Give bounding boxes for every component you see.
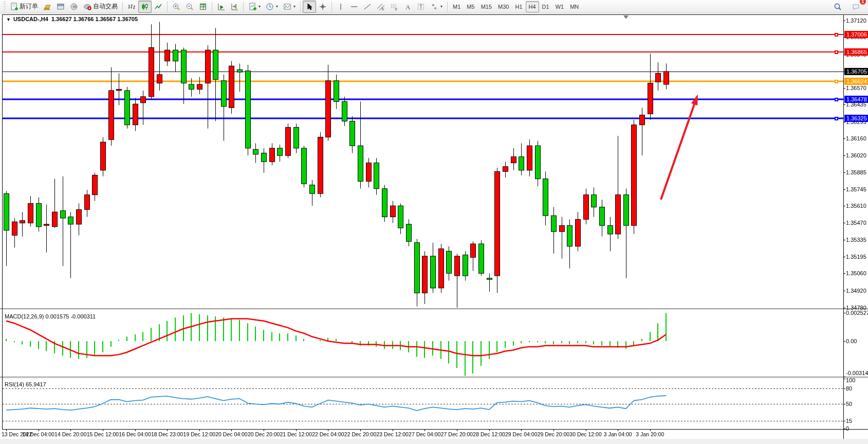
- autotrading-button-label: 自动交易: [93, 2, 118, 11]
- doc-plus-icon: [10, 3, 18, 11]
- macd-main-value: 0.001575: [45, 313, 69, 319]
- macd-signal-value: -0.000311: [70, 313, 96, 319]
- hline-icon: [350, 3, 358, 11]
- indicators-button[interactable]: ▾: [246, 1, 263, 13]
- chart-canvas[interactable]: [0, 13, 868, 444]
- chevron-down-icon[interactable]: ▾: [293, 4, 296, 9]
- cursor-button[interactable]: [303, 1, 316, 13]
- timeframe-m1-button[interactable]: M1: [450, 1, 464, 12]
- ohlc-values: 1.36627 1.36766 1.36567 1.36705: [51, 16, 138, 22]
- crosshair-icon: [319, 3, 327, 11]
- toolbar-separator: [167, 2, 168, 12]
- trendline-icon: [363, 3, 372, 11]
- template-icon: [283, 3, 291, 11]
- new-order-button-label: 新订单: [20, 2, 38, 11]
- symbol-period-label: USDCAD-,H4: [13, 16, 48, 22]
- zoom-in-icon: [172, 3, 180, 11]
- timeframe-mn-button[interactable]: MN: [567, 1, 582, 12]
- tiles-icon: [199, 3, 207, 11]
- timeframe-h1-button[interactable]: H1: [512, 1, 525, 12]
- new-order-button[interactable]: 新订单: [7, 1, 41, 13]
- collapse-ohlc-icon[interactable]: ▼: [6, 17, 11, 22]
- notifications-button[interactable]: 1: [849, 1, 863, 13]
- rsi-indicator-label: RSI(14) 65.9417: [5, 381, 46, 387]
- svg-text:E: E: [382, 7, 384, 11]
- clock-icon: [266, 3, 274, 11]
- auto-scroll-button[interactable]: [214, 1, 228, 13]
- channel-icon: E: [377, 3, 385, 11]
- chevron-down-icon[interactable]: ▾: [258, 4, 261, 9]
- zoom-in-button[interactable]: [170, 1, 183, 13]
- toolbar-separator: [447, 2, 448, 12]
- search-icon: [834, 3, 842, 11]
- gold-icon: [43, 3, 51, 11]
- svg-text:F: F: [395, 7, 397, 11]
- vertical-line-button[interactable]: [334, 1, 347, 13]
- alerts-button[interactable]: [67, 1, 81, 13]
- chartshift-icon: [230, 3, 238, 11]
- bars-icon: [127, 3, 136, 11]
- fibo-icon: F: [390, 3, 398, 11]
- toolbar-separator: [212, 2, 212, 12]
- rsi-current-value: 65.9417: [26, 381, 46, 387]
- chevron-down-icon[interactable]: ▾: [276, 4, 278, 9]
- text-a-icon: A: [403, 3, 412, 11]
- line-chart-button[interactable]: [152, 1, 165, 13]
- trendline-button[interactable]: [361, 1, 374, 13]
- chevron-down-icon[interactable]: ▾: [440, 4, 442, 9]
- svg-text:A: A: [405, 3, 411, 11]
- autotrading-button[interactable]: 自动交易: [81, 1, 120, 13]
- text-button[interactable]: A: [401, 1, 414, 13]
- profile-icon: [57, 3, 65, 11]
- periods-button[interactable]: ▾: [263, 1, 281, 13]
- line-icon: [154, 3, 162, 11]
- timeframe-h4-button[interactable]: H4: [526, 1, 539, 12]
- toolbar-separator: [300, 2, 301, 12]
- templates-button[interactable]: ▾: [281, 1, 298, 13]
- text-t-icon: T: [417, 3, 425, 11]
- timeframe-w1-button[interactable]: W1: [552, 1, 567, 12]
- candle-icon: [141, 3, 149, 11]
- vline-icon: [337, 3, 345, 11]
- deposit-button[interactable]: [41, 1, 54, 13]
- timeframe-m5-button[interactable]: M5: [464, 1, 477, 12]
- timeframe-m30-button[interactable]: M30: [495, 1, 512, 12]
- crosshair-button[interactable]: [316, 1, 329, 13]
- mt4-terminal-window: { "toolbar": { "new_order_label": "新订单",…: [0, 0, 868, 444]
- toolbar-separator: [122, 2, 123, 12]
- timeframe-d1-button[interactable]: D1: [539, 1, 552, 12]
- shapes-icon: [430, 3, 438, 11]
- macd-indicator-label: MACD(12,26,9) 0.001575 -0.000311: [5, 313, 96, 319]
- timeframe-m15-button[interactable]: M15: [478, 1, 495, 12]
- chart-window: ▼USDCAD-,H4 1.36627 1.36766 1.36567 1.36…: [0, 13, 868, 444]
- fibonacci-button[interactable]: F: [387, 1, 401, 13]
- bar-chart-button[interactable]: [125, 1, 138, 13]
- toolbar-separator: [243, 2, 244, 12]
- zoom-out-button[interactable]: [183, 1, 196, 13]
- text-label-button[interactable]: T: [414, 1, 428, 13]
- tile-windows-button[interactable]: [196, 1, 210, 13]
- chart-ohlc-header[interactable]: ▼USDCAD-,H4 1.36627 1.36766 1.36567 1.36…: [6, 16, 138, 22]
- svg-text:T: T: [419, 4, 422, 10]
- chart-shift-button[interactable]: [228, 1, 241, 13]
- zoom-out-icon: [186, 3, 194, 11]
- autoscroll-icon: [217, 3, 225, 11]
- cursor-icon: [305, 3, 313, 11]
- toolbar-separator: [331, 2, 332, 12]
- arrows-button[interactable]: ▾: [428, 1, 445, 13]
- autotrade-icon: [83, 3, 91, 11]
- candle-chart-button[interactable]: [138, 1, 152, 13]
- chart-profiles-button[interactable]: [54, 1, 67, 13]
- equidistant-channel-button[interactable]: E: [374, 1, 387, 13]
- indicator-icon: [248, 3, 256, 11]
- chat-icon: [852, 3, 860, 11]
- notification-badge: 1: [860, 0, 866, 5]
- speaker-icon: [70, 3, 78, 11]
- toolbar-grip[interactable]: [4, 2, 6, 12]
- horizontal-line-button[interactable]: [347, 1, 361, 13]
- main-toolbar: 新订单自动交易▾▾▾EFAT▾M1M5M15M30H1H4D1W1MN1: [0, 0, 868, 13]
- search-button[interactable]: [831, 1, 844, 13]
